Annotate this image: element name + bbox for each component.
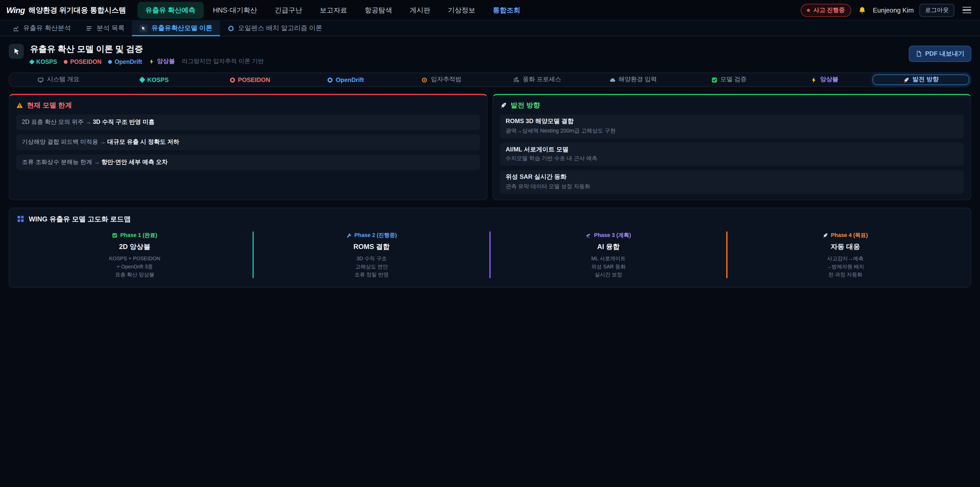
menu-button[interactable] <box>960 3 974 17</box>
phase-1-title: 2D 앙상블 <box>17 242 252 251</box>
sec-tab-ensemble[interactable]: 앙상블 <box>776 74 872 85</box>
sec-tab-system-overview[interactable]: 시스템 개요 <box>11 74 107 85</box>
warning-icon <box>16 102 23 109</box>
logout-button[interactable]: 로그아웃 <box>919 3 954 16</box>
bolt-icon <box>811 77 817 83</box>
phase-2-label: Phase 2 (진행중) <box>254 232 489 239</box>
rocket-icon <box>823 233 829 238</box>
diamond-icon <box>29 59 35 64</box>
badge-poseidon: POSEIDON <box>64 58 101 65</box>
page-header-left: 유출유 확산 모델 이론 및 검증 KOSPS POSEIDON OpenDri… <box>9 44 264 65</box>
sec-tab-opendrift[interactable]: OpenDrift <box>298 74 393 85</box>
nav-item-hns-atmospheric[interactable]: HNS·대기확산 <box>205 2 265 18</box>
direction-item-subtitle: 광역→상세역 Nesting 200m급 고해상도 구현 <box>506 127 958 134</box>
sec-tab-poseidon[interactable]: POSEIDON <box>202 74 298 85</box>
rocket-icon <box>500 102 507 109</box>
roadmap-phase-1: Phase 1 (완료) 2D 앙상블 KOSPS + POSEIDON + O… <box>17 230 252 279</box>
roadmap-panel: WING 유출유 모델 고도화 로드맵 Phase 1 (완료) 2D 앙상블 … <box>9 208 971 288</box>
nav-item-oil-spill-prediction[interactable]: 유출유 확산예측 <box>137 2 204 18</box>
tab-oil-spill-analysis[interactable]: 유출유 확산분석 <box>5 21 79 36</box>
roadmap-title: WING 유출유 모델 고도화 로드맵 <box>17 214 963 224</box>
tab-spill-model-theory[interactable]: 유출유확산모델 이론 <box>132 21 220 36</box>
pdf-export-button[interactable]: PDF 내보내기 <box>909 46 971 62</box>
target-icon <box>422 77 428 83</box>
sub-tab-bar: 유출유 확산분석 분석 목록 유출유확산모델 이론 오일펜스 배치 알고리즘 이… <box>0 21 980 36</box>
roadmap-phase-3: Phase 3 (계획) AI 융합 ML 서로게이트 위성 SAR 동화 실시… <box>490 230 726 279</box>
limitation-item: 2D 표층 확산 모의 위주 → 3D 수직 구조 반영 미흡 <box>16 114 480 130</box>
cloud-icon <box>609 77 615 83</box>
pointer-chip-icon <box>140 24 148 32</box>
roadmap-phases: Phase 1 (완료) 2D 앙상블 KOSPS + POSEIDON + O… <box>17 230 963 279</box>
phase-desc-line: 3D 수직 구조 <box>254 254 489 262</box>
sec-tab-development-direction[interactable]: 발전 방향 <box>872 74 969 85</box>
incident-status-badge[interactable]: 사고 진행중 <box>801 3 851 16</box>
phase-desc-line: 위성 SAR 동화 <box>490 262 726 271</box>
nav-item-integrated-search[interactable]: 통합조회 <box>485 2 528 18</box>
app-brand[interactable]: Wing 해양환경 위기대응 통합시스템 <box>6 5 126 15</box>
pointer-icon <box>141 25 146 31</box>
page-header: 유출유 확산 모델 이론 및 검증 KOSPS POSEIDON OpenDri… <box>0 36 980 71</box>
nav-item-board[interactable]: 게시판 <box>401 2 438 18</box>
notifications-button[interactable] <box>857 5 867 15</box>
development-direction-panel: 발전 방향 ROMS 3D 해양모델 결합 광역→상세역 Nesting 200… <box>493 94 971 200</box>
phase-desc-line: 고해상도 연안 <box>254 262 489 271</box>
phase-3-label: Phase 3 (계획) <box>490 232 726 239</box>
direction-item-subtitle: 관측 유막 데이터 모델 보정 자동화 <box>506 183 958 190</box>
tab-analysis-list[interactable]: 분석 목록 <box>78 21 132 36</box>
tab-label: 유출유 확산분석 <box>23 24 71 32</box>
document-icon <box>916 51 922 57</box>
sec-tab-kosps[interactable]: KOSPS <box>107 74 202 85</box>
page-subtitle: 라그랑지안 입자추적 이론 기반 <box>182 57 264 65</box>
phase-desc-line: 전 과정 자동화 <box>728 271 963 279</box>
roadmap-phase-4: Phase 4 (목표) 자동 대응 사고감지→예측 →방제자원 배치 전 과정… <box>728 230 963 279</box>
phase-desc-line: + OpenDrift 3종 <box>17 262 252 271</box>
sec-tab-weathering-process[interactable]: 풍화 프로세스 <box>490 74 585 85</box>
wind-icon <box>513 77 519 83</box>
rocket-icon <box>903 77 909 83</box>
topnav-right-cluster: 사고 진행중 Eunjeong Kim 로그아웃 <box>801 3 974 16</box>
pointer-icon <box>12 47 21 56</box>
sec-tab-ocean-environment-input[interactable]: 해양환경 입력 <box>585 74 681 85</box>
roadmap-phase-2: Phase 2 (진행중) ROMS 결합 3D 수직 구조 고해상도 연안 조… <box>254 230 489 279</box>
model-badges-row: KOSPS POSEIDON OpenDrift 앙상블 라그랑지안 입자추 <box>30 57 264 65</box>
phase-desc-line: →방제자원 배치 <box>728 262 963 271</box>
bolt-icon <box>149 59 154 64</box>
phase-desc-line: 실시간 보정 <box>490 271 726 279</box>
phase-desc-line: 조류 정밀 반영 <box>254 271 489 279</box>
limitation-item: 기상해양 결합 피드백 미적용 → 대규모 유출 시 정확도 저하 <box>16 134 480 150</box>
current-model-limits-panel: 현재 모델 한계 2D 표층 확산 모의 위주 → 3D 수직 구조 반영 미흡… <box>9 94 487 200</box>
nav-item-weather-info[interactable]: 기상정보 <box>440 2 484 18</box>
ring-icon <box>228 25 234 32</box>
direction-item-title: ROMS 3D 해양모델 결합 <box>506 118 958 126</box>
directions-panel-title: 발전 방향 <box>500 101 964 110</box>
chart-icon <box>13 25 19 32</box>
nav-item-aerial-search[interactable]: 항공탐색 <box>356 2 400 18</box>
tab-oil-fence-algorithm[interactable]: 오일펜스 배치 알고리즘 이론 <box>220 21 329 36</box>
sec-tab-particle-tracking[interactable]: 입자추적법 <box>393 74 489 85</box>
badge-ensemble: 앙상블 <box>149 57 175 65</box>
incident-dot-icon <box>807 8 810 11</box>
phase-3-title: AI 융합 <box>490 242 726 251</box>
app-title: 해양환경 위기대응 통합시스템 <box>29 5 126 15</box>
phase-4-label: Phase 4 (목표) <box>728 232 963 239</box>
red-ring-icon <box>230 77 235 82</box>
list-icon <box>86 25 93 32</box>
nav-item-reports[interactable]: 보고자료 <box>312 2 355 18</box>
top-navigation-bar: Wing 해양환경 위기대응 통합시스템 유출유 확산예측 HNS·대기확산 긴… <box>0 0 980 21</box>
nav-item-emergency-rescue[interactable]: 긴급구난 <box>266 2 310 18</box>
phase-desc-line: ML 서로게이트 <box>490 254 726 262</box>
app-root: Wing 해양환경 위기대응 통합시스템 유출유 확산예측 HNS·대기확산 긴… <box>0 0 980 487</box>
app-logo: Wing <box>6 5 25 15</box>
monitor-icon <box>38 77 44 83</box>
sec-tab-model-validation[interactable]: 모델 검증 <box>681 74 776 85</box>
check-icon <box>711 77 717 83</box>
phase-desc-line: KOSPS + POSEIDON <box>17 254 252 262</box>
phase-desc-line: 사고감지→예측 <box>728 254 963 262</box>
limits-panel-title: 현재 모델 한계 <box>16 101 480 110</box>
red-dot-icon <box>64 60 68 64</box>
direction-item: ROMS 3D 해양모델 결합 광역→상세역 Nesting 200m급 고해상… <box>500 114 964 138</box>
phase-2-title: ROMS 결합 <box>254 242 489 251</box>
section-tab-strip: 시스템 개요 KOSPS POSEIDON OpenDrift 입자추적법 풍화… <box>9 72 971 87</box>
diamond-icon <box>139 77 145 83</box>
content-panels: 현재 모델 한계 2D 표층 확산 모의 위주 → 3D 수직 구조 반영 미흡… <box>9 94 971 200</box>
